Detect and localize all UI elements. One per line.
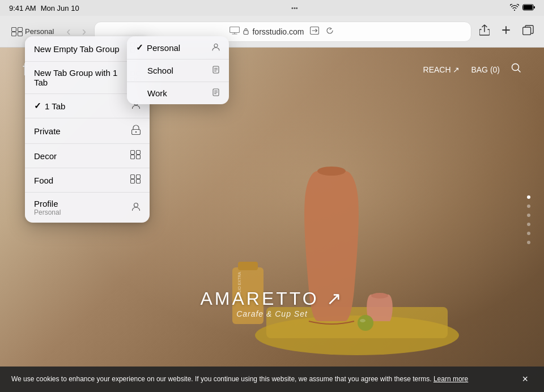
status-left: 9:41 AM Mon Jun 10 (9, 4, 79, 12)
dot-4 (527, 223, 530, 226)
tab-profile-label: Personal (25, 27, 54, 36)
address-actions (308, 25, 336, 37)
profile-submenu: ✓ Personal School Work (127, 36, 229, 104)
decor-item[interactable]: Decor (25, 144, 150, 168)
svg-rect-1 (534, 6, 535, 8)
food-icon (130, 174, 141, 186)
profile-school-item[interactable]: School (127, 59, 229, 82)
svg-rect-36 (137, 175, 141, 179)
profile-item[interactable]: Profile Personal (25, 193, 150, 223)
work-icon (212, 88, 220, 98)
dot-2 (527, 204, 530, 208)
item-label: New Empty Tab Group (34, 44, 130, 54)
status-bar: 9:41 AM Mon Jun 10 ••• (0, 0, 544, 16)
svg-rect-34 (137, 155, 141, 159)
svg-rect-16 (238, 262, 258, 270)
work-label: Work (147, 88, 212, 98)
svg-point-39 (134, 203, 138, 207)
dot-6 (527, 241, 530, 244)
nav-search-button[interactable] (511, 63, 521, 76)
product-title: AMARETTO ↗ (200, 288, 343, 309)
svg-rect-37 (131, 180, 135, 184)
svg-rect-2 (523, 5, 533, 10)
svg-point-14 (371, 293, 388, 299)
address-lock-icon (243, 27, 249, 36)
cookie-learn-more-link[interactable]: Learn more (434, 375, 468, 383)
screen-icon (230, 27, 240, 36)
school-label: School (147, 66, 212, 75)
toolbar-right (476, 22, 537, 41)
profile-sublabel: Personal (34, 208, 61, 216)
private-item[interactable]: Private (25, 118, 150, 144)
item-label: New Tab Group with 1 Tab (34, 68, 130, 87)
svg-point-18 (358, 315, 373, 331)
svg-rect-35 (131, 175, 135, 179)
personal-person-icon (212, 43, 220, 53)
cookie-banner: We use cookies to enhance your experienc… (0, 367, 544, 392)
svg-rect-5 (12, 32, 16, 36)
svg-rect-31 (131, 151, 135, 155)
personal-label: Personal (147, 43, 212, 53)
share-button[interactable] (476, 22, 493, 41)
svg-point-30 (135, 131, 137, 133)
svg-rect-6 (18, 32, 23, 36)
status-center: ••• (291, 5, 298, 11)
svg-rect-7 (230, 27, 240, 33)
tabs-overview-button[interactable] (519, 23, 537, 40)
checkmark-icon: ✓ (34, 101, 41, 111)
battery-icon (522, 4, 535, 12)
product-text-overlay: AMARETTO ↗ Carafe & Cup Set (200, 288, 343, 318)
school-icon (212, 66, 220, 75)
svg-rect-4 (18, 27, 23, 31)
profile-personal-item[interactable]: ✓ Personal (127, 36, 229, 59)
item-label: Decor (34, 151, 130, 161)
personal-check-icon: ✓ (136, 42, 143, 53)
svg-rect-8 (244, 31, 248, 35)
wifi-icon (510, 4, 519, 12)
item-label: Food (34, 176, 130, 185)
svg-point-13 (317, 167, 346, 176)
dot-1 (527, 195, 530, 199)
status-right (510, 4, 535, 12)
nav-bag[interactable]: BAG (0) (471, 65, 500, 74)
cookie-text: We use cookies to enhance your experienc… (11, 374, 517, 384)
food-item[interactable]: Food (25, 168, 150, 193)
profile-person-icon (131, 202, 141, 214)
private-icon (131, 125, 141, 137)
svg-rect-33 (131, 155, 135, 159)
date-display: Mon Jun 10 (41, 4, 79, 12)
svg-point-40 (214, 44, 218, 47)
item-label: 1 Tab (45, 101, 131, 111)
dot-3 (527, 214, 530, 217)
svg-rect-38 (137, 180, 141, 184)
url-display: forsstudio.com (252, 27, 304, 36)
add-tab-button[interactable] (498, 23, 515, 40)
profile-label: Profile (34, 199, 61, 208)
site-nav-right: REACH ↗ BAG (0) (423, 63, 521, 76)
cookie-close-button[interactable]: × (517, 373, 533, 385)
dots-indicator (527, 195, 530, 244)
decor-icon (130, 150, 141, 161)
svg-rect-10 (523, 27, 531, 35)
time-display: 9:41 AM (9, 4, 36, 12)
svg-rect-32 (137, 151, 141, 155)
product-subtitle: Carafe & Cup Set (200, 309, 343, 318)
dot-5 (527, 232, 530, 235)
route-button[interactable] (308, 25, 321, 37)
svg-rect-3 (12, 27, 16, 31)
product-scene-svg: OLIO EXTRA (187, 143, 470, 358)
item-label: Private (34, 126, 131, 136)
nav-reach[interactable]: REACH ↗ (423, 65, 460, 74)
cookie-message: We use cookies to enhance your experienc… (11, 375, 432, 383)
svg-point-19 (360, 319, 366, 322)
reload-button[interactable] (324, 25, 336, 37)
profile-work-item[interactable]: Work (127, 82, 229, 104)
